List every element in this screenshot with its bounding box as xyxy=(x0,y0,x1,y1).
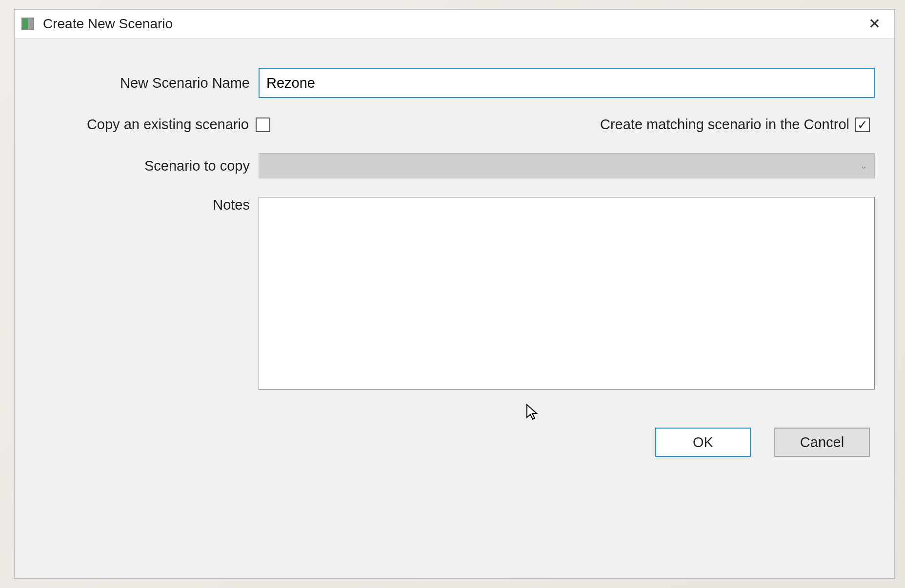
chevron-down-icon: ⌄ xyxy=(860,160,867,171)
create-matching-label: Create matching scenario in the Control xyxy=(600,117,849,133)
dialog-button-row: OK Cancel xyxy=(34,428,875,457)
close-button[interactable]: ✕ xyxy=(862,15,887,33)
create-new-scenario-dialog: Create New Scenario ✕ New Scenario Name … xyxy=(14,9,895,579)
checkmark-icon: ✓ xyxy=(857,118,868,131)
scenario-to-copy-label: Scenario to copy xyxy=(34,158,259,174)
copy-existing-group: Copy an existing scenario xyxy=(34,117,270,133)
notes-label: Notes xyxy=(34,197,259,213)
notes-textarea[interactable] xyxy=(259,197,875,390)
copy-existing-checkbox[interactable] xyxy=(256,118,270,132)
scenario-to-copy-row: Scenario to copy ⌄ xyxy=(34,153,875,178)
close-icon: ✕ xyxy=(868,16,881,32)
new-scenario-name-input[interactable] xyxy=(259,68,875,98)
create-matching-checkbox[interactable]: ✓ xyxy=(855,118,870,132)
dialog-content: New Scenario Name Copy an existing scena… xyxy=(15,39,894,578)
checkbox-row: Copy an existing scenario Create matchin… xyxy=(34,117,875,133)
new-scenario-name-row: New Scenario Name xyxy=(34,68,875,98)
ok-button[interactable]: OK xyxy=(655,428,751,457)
dialog-titlebar: Create New Scenario ✕ xyxy=(15,10,894,39)
copy-existing-label: Copy an existing scenario xyxy=(34,117,249,133)
notes-row: Notes xyxy=(34,197,875,392)
dialog-title: Create New Scenario xyxy=(43,16,862,32)
cancel-button[interactable]: Cancel xyxy=(774,428,870,457)
new-scenario-name-label: New Scenario Name xyxy=(34,75,259,91)
create-matching-group: Create matching scenario in the Control … xyxy=(600,117,875,133)
scenario-to-copy-select: ⌄ xyxy=(259,153,875,178)
app-icon xyxy=(21,18,34,30)
